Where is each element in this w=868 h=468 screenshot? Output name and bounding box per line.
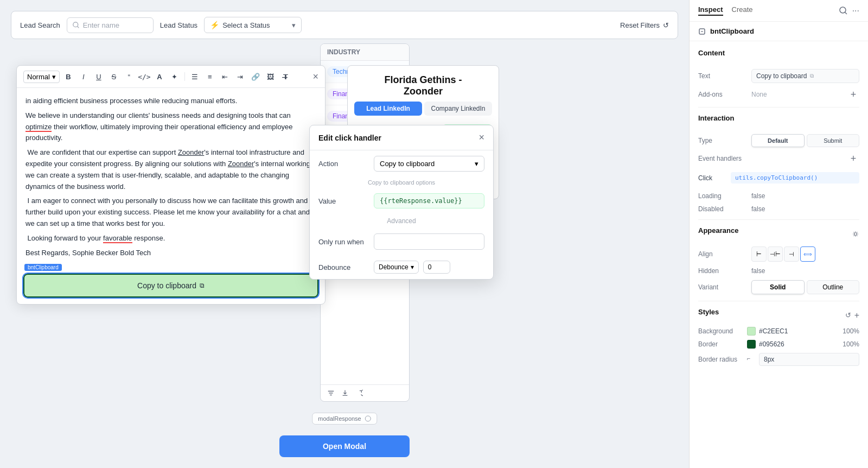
- underline-button[interactable]: U: [92, 70, 105, 83]
- bg-color-swatch[interactable]: [747, 327, 756, 336]
- event-handlers-add-button[interactable]: +: [847, 153, 859, 165]
- create-tab[interactable]: Create: [732, 5, 753, 16]
- event-handlers-label: Event handlers: [698, 155, 747, 162]
- company-link-2: Zoonder: [228, 160, 254, 168]
- search-input-wrapper[interactable]: Enter name: [67, 17, 154, 33]
- refresh-icon[interactable]: [355, 389, 363, 397]
- right-panel-header: Inspect Create ···: [690, 0, 868, 22]
- code-button[interactable]: </>: [138, 70, 151, 83]
- border-label: Border: [698, 340, 747, 348]
- ch-debounce-input[interactable]: [423, 261, 450, 274]
- format-select[interactable]: Normal ▾: [23, 71, 60, 83]
- reset-icon: ↺: [663, 21, 669, 29]
- disabled-row: Disabled false: [698, 205, 859, 213]
- variant-solid-button[interactable]: Solid: [751, 280, 805, 294]
- lead-linkedin-tab[interactable]: Lead LinkedIn: [354, 102, 422, 116]
- styles-actions: ↺ +: [845, 311, 859, 320]
- variant-outline-button[interactable]: Outline: [807, 280, 860, 294]
- image-button[interactable]: 🖼: [264, 70, 277, 83]
- svg-point-0: [73, 22, 78, 27]
- text-row: Text Copy to clipboard ⧉: [698, 69, 859, 83]
- indent-right-button[interactable]: ⇥: [234, 70, 247, 83]
- svg-line-1: [77, 26, 79, 28]
- click-event-value[interactable]: utils.copyToClipboard(): [731, 172, 859, 184]
- table-header: Industry: [321, 44, 409, 61]
- filter-icon[interactable]: [327, 389, 335, 397]
- search-icon: [73, 22, 80, 29]
- reset-filters-button[interactable]: Reset Filters ↺: [620, 21, 669, 29]
- link-button[interactable]: 🔗: [249, 70, 262, 83]
- editor-paragraph: Looking forward to your favorable respon…: [25, 233, 316, 244]
- ch-run-input[interactable]: [374, 233, 484, 250]
- addons-value: None: [751, 91, 767, 98]
- editor-close-button[interactable]: ×: [312, 71, 318, 83]
- border-color-swatch[interactable]: [747, 340, 756, 349]
- search-icon[interactable]: [839, 7, 848, 15]
- company-linkedin-tab[interactable]: Company LinkedIn: [424, 102, 492, 116]
- text-color-button[interactable]: A: [153, 70, 166, 83]
- ch-value-code[interactable]: {{rteResponse.value}}: [374, 193, 484, 208]
- variant-row: Variant Solid Outline: [698, 280, 859, 294]
- format-label: Normal: [27, 73, 50, 81]
- type-row: Type Default Submit: [698, 134, 859, 147]
- component-icon: [698, 28, 706, 35]
- type-submit-button[interactable]: Submit: [807, 134, 860, 147]
- ch-value-row: Value {{rteResponse.value}}: [310, 188, 493, 214]
- editor-paragraph: Best Regards, Sophie Becker Bold Tech: [25, 248, 316, 259]
- loading-value: false: [751, 192, 765, 200]
- bold-button[interactable]: B: [62, 70, 75, 83]
- ch-run-row: Only run when: [310, 228, 493, 255]
- loading-row: Loading false: [698, 192, 859, 200]
- br-value[interactable]: 8px: [759, 353, 859, 366]
- disabled-label: Disabled: [698, 205, 747, 213]
- svg-point-5: [365, 416, 371, 421]
- type-default-button[interactable]: Default: [751, 134, 805, 147]
- unordered-list-button[interactable]: ≡: [203, 70, 216, 83]
- align-left-button[interactable]: ⊢: [751, 246, 767, 262]
- editor-content[interactable]: in aiding efficient business processes w…: [17, 88, 325, 269]
- align-right-button[interactable]: ⊣: [784, 246, 799, 262]
- bg-color-value[interactable]: #C2EEC1: [759, 327, 843, 335]
- align-center-button[interactable]: ⊣⊢: [768, 246, 783, 262]
- indent-left-button[interactable]: ⇤: [219, 70, 232, 83]
- status-select[interactable]: ⚡ Select a Status ▾: [204, 17, 302, 33]
- svg-line-7: [845, 12, 847, 14]
- download-icon[interactable]: [341, 389, 349, 397]
- ch-debounce-select[interactable]: Debounce ▾: [374, 261, 419, 274]
- spell-check: optimize: [25, 123, 52, 132]
- styles-reset-button[interactable]: ↺: [845, 311, 851, 320]
- border-color-value[interactable]: #095626: [759, 340, 843, 348]
- open-modal-button[interactable]: Open Modal: [279, 435, 410, 457]
- text-value[interactable]: Copy to clipboard ⧉: [751, 69, 859, 83]
- filters-bar: Lead Search Enter name Lead Status ⚡ Sel…: [11, 11, 678, 39]
- modal-response-label: modalResponse: [318, 415, 361, 422]
- component-name-row: bntClipboard: [690, 22, 868, 41]
- more-options-icon[interactable]: ···: [852, 6, 859, 16]
- editor-modal: × Normal ▾ B I U S “ </> A ✦ ☰: [16, 65, 326, 305]
- content-section-header: Content: [698, 49, 859, 64]
- blockquote-button[interactable]: “: [123, 70, 136, 83]
- ch-close-button[interactable]: ×: [478, 132, 484, 143]
- svg-point-6: [840, 7, 846, 13]
- text-icon: ⧉: [810, 73, 814, 79]
- appearance-settings-icon[interactable]: [852, 230, 859, 238]
- addons-label: Add-ons: [698, 91, 747, 98]
- align-stretch-button[interactable]: ⟺: [800, 246, 815, 262]
- italic-button[interactable]: I: [77, 70, 90, 83]
- highlight-button[interactable]: ✦: [168, 70, 181, 83]
- strikethrough-button[interactable]: S: [107, 70, 120, 83]
- ordered-list-button[interactable]: ☰: [188, 70, 201, 83]
- addons-add-button[interactable]: +: [847, 88, 859, 100]
- ch-action-select[interactable]: Copy to clipboard ▾: [374, 156, 484, 172]
- clear-format-button[interactable]: T̶: [279, 70, 292, 83]
- styles-add-button[interactable]: +: [854, 311, 859, 320]
- table-toolbar: [321, 384, 409, 401]
- align-label: Align: [698, 250, 747, 258]
- copy-to-clipboard-button[interactable]: Copy to clipboard ⧉: [23, 274, 318, 298]
- loading-label: Loading: [698, 192, 747, 200]
- br-icon: ⌐: [747, 355, 756, 364]
- ch-debounce-row: Debounce Debounce ▾: [310, 255, 493, 279]
- inspect-tab[interactable]: Inspect: [698, 5, 723, 16]
- rp-content: Content Text Copy to clipboard ⧉ Add-ons…: [690, 41, 868, 468]
- modal-response-icon: [365, 415, 371, 422]
